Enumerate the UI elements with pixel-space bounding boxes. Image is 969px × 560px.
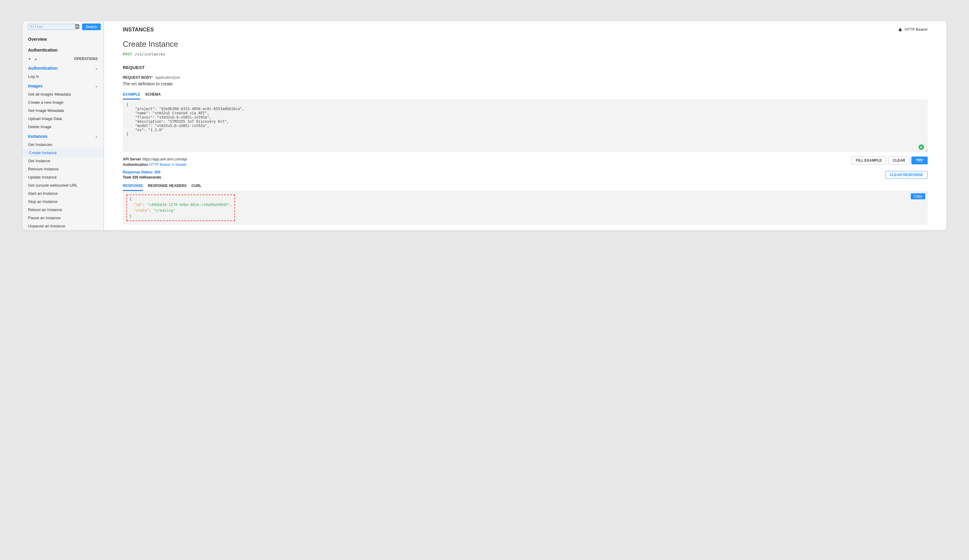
status-text: Response Status: 200 Took 320 millisecon… [123,170,161,180]
api-server-label: API Server [123,157,141,161]
tab-curl[interactable]: CURL [191,182,201,191]
chevron-down-icon: ⌄ [95,66,98,70]
section-authentication[interactable]: Authentication ⌄ [23,63,103,72]
sidebar-item[interactable]: Start an Instance [23,189,103,198]
clear-button[interactable]: CLEAR [888,156,909,165]
auth-link[interactable]: HTTP Bearer in header [149,163,187,167]
chevron-down-icon: ⌄ [95,135,98,138]
json-key-id: "id" [134,203,142,207]
section-instances[interactable]: Instances ⌄ [23,131,103,141]
tab-response[interactable]: RESPONSE [123,182,143,191]
section-images-label: Images [28,83,43,88]
sidebar-item[interactable]: Get Instance [23,157,103,165]
auth-label: Authentication [123,163,148,167]
request-description: The vm definition to create [123,81,928,86]
http-path: /v1/instances [135,52,165,56]
sidebar-item[interactable]: Unpause an Instance [23,222,103,230]
request-body-label: REQUEST BODY [123,75,152,80]
sidebar-item-create-instance[interactable]: Create Instance [23,149,103,157]
try-button[interactable]: TRY [911,156,928,165]
json-key-state: "state" [134,208,149,213]
sidebar-item[interactable]: Reboot an Instance [23,206,103,214]
operations-label: OPERATIONS [74,57,98,61]
nav-authentication-head[interactable]: Authentication [23,44,103,55]
sidebar-item[interactable]: Stop an Instance [23,198,103,206]
json-val-state: "creating" [153,208,175,213]
clear-response-button[interactable]: CLEAR RESPONSE [885,171,928,179]
auth-badge-label: HTTP Bearer [905,27,928,32]
sidebar-item[interactable]: Delete Image [23,123,103,131]
sidebar-item[interactable]: Get Instances [23,141,103,149]
page-title: Create Instance [123,40,928,49]
grammarly-icon[interactable]: G [919,145,924,150]
response-time: Took 320 milliseconds [123,175,161,180]
sidebar-item[interactable]: Get Image Metadata [23,106,103,115]
status-row: Response Status: 200 Took 320 millisecon… [123,170,928,180]
collapse-expand-icon[interactable]: ▼ ▲ [28,57,38,61]
chevron-down-icon: ⌄ [95,84,98,88]
search-input[interactable] [28,24,78,30]
http-method: POST [123,52,132,56]
nav-overview[interactable]: Overview [23,33,103,44]
sidebar-item[interactable]: Remove Instance [23,165,103,173]
request-tabs: EXAMPLE SCHEMA [123,90,928,100]
sidebar: ⌨ Search Overview Authentication ▼ ▲ OPE… [23,21,104,230]
request-heading: REQUEST [123,65,928,70]
filter-clear-icon[interactable]: ⌨ [75,25,79,29]
fill-example-button[interactable]: FILL EXAMPLE [851,156,886,165]
response-tabs: RESPONSE RESPONSE HEADERS CURL [123,182,928,191]
auth-badge[interactable]: HTTP Bearer [898,27,928,32]
request-body-type: application/json [155,75,180,80]
sidebar-item[interactable]: Pause an Instance [23,214,103,222]
sidebar-item[interactable]: Update Instance [23,173,103,181]
request-buttons: FILL EXAMPLE CLEAR TRY [851,156,928,165]
sidebar-item[interactable]: Get console websocket URL [23,181,103,189]
section-authentication-label: Authentication [28,66,58,71]
copy-button[interactable]: Copy [911,193,925,199]
tab-response-headers[interactable]: RESPONSE HEADERS [148,182,187,191]
section-heading: INSTANCES [123,27,928,33]
tab-schema[interactable]: SCHEMA [145,90,161,100]
main-content: HTTP Bearer INSTANCES Create Instance PO… [104,21,946,230]
action-row: API Serverhttps://app.avh.arm.com/api Au… [123,156,928,167]
search-button[interactable]: Search [82,23,101,30]
sidebar-item[interactable]: Create a new Image [23,98,103,106]
required-star-icon: * [152,75,153,80]
sidebar-item[interactable]: Get all Images Metadata [23,90,103,98]
section-instances-label: Instances [28,134,48,139]
lock-icon [898,27,902,32]
server-info: API Serverhttps://app.avh.arm.com/api Au… [123,156,187,167]
sidebar-item[interactable]: Upload Image Data [23,115,103,123]
section-images[interactable]: Images ⌄ [23,80,103,90]
tab-example[interactable]: EXAMPLE [123,90,140,100]
response-body: Copy { "id": "c49bb818-1270-44be-882e-c2… [123,191,928,225]
request-body-label-row: REQUEST BODY* application/json [123,75,928,80]
app-window: ⌨ Search Overview Authentication ▼ ▲ OPE… [23,21,946,230]
operations-row: ▼ ▲ OPERATIONS [23,55,103,63]
response-status: Response Status: 200 [123,170,161,175]
sidebar-item-login[interactable]: Log In [23,72,103,80]
example-code-wrap: G [123,100,928,153]
response-highlight: { "id": "c49bb818-1270-44be-882e-c28a0ba… [127,194,235,221]
method-line: POST /v1/instances [123,52,928,56]
example-textarea[interactable] [123,100,928,152]
search-row: ⌨ Search [23,23,103,33]
json-val-id: "c49bb818-1270-44be-882e-c28a0ba096d5" [147,203,230,207]
api-server-value: https://app.avh.arm.com/api [142,157,187,161]
